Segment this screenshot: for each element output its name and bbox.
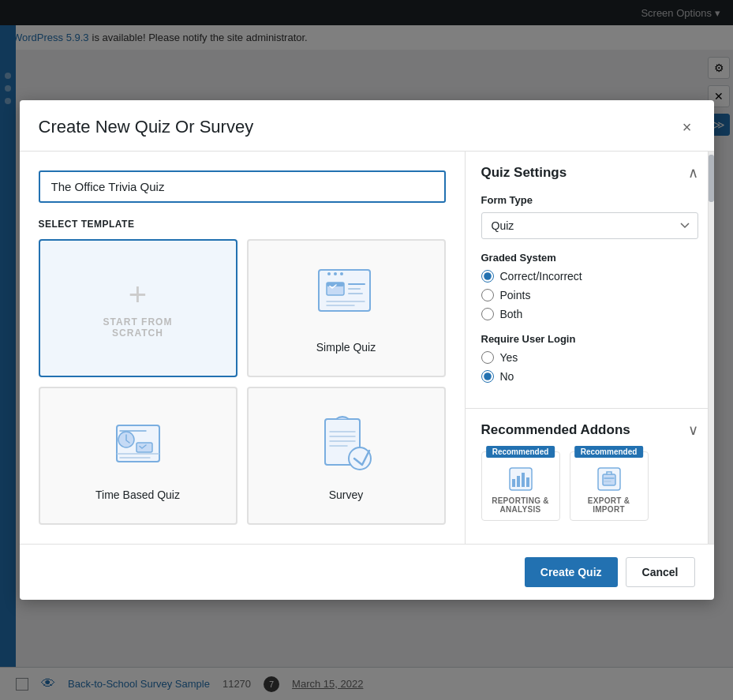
form-type-select[interactable]: Quiz Survey Poll bbox=[481, 212, 698, 239]
reporting-icon bbox=[507, 465, 535, 493]
reporting-addon-label: REPORTING &ANALYSIS bbox=[492, 496, 549, 514]
survey-label: Survey bbox=[329, 489, 364, 501]
modal-header: Create New Quiz Or Survey × bbox=[20, 100, 714, 152]
quiz-name-input[interactable] bbox=[39, 170, 446, 203]
login-label-no: No bbox=[500, 370, 514, 383]
template-card-survey[interactable]: Survey bbox=[247, 387, 446, 525]
simple-quiz-label: Simple Quiz bbox=[316, 341, 376, 354]
export-icon bbox=[595, 465, 623, 493]
settings-header: Quiz Settings ∧ bbox=[481, 164, 698, 182]
scrollbar-thumb[interactable] bbox=[709, 155, 714, 202]
time-based-quiz-icon bbox=[103, 411, 174, 482]
modal-overlay: Create New Quiz Or Survey × SELECT TEMPL… bbox=[0, 0, 733, 700]
modal-close-button[interactable]: × bbox=[679, 116, 695, 138]
survey-icon bbox=[311, 411, 382, 482]
addon-card-export[interactable]: Recommended bbox=[570, 451, 649, 521]
time-based-quiz-label: Time Based Quiz bbox=[95, 489, 180, 501]
template-card-scratch[interactable]: + START FROMSCRATCH bbox=[39, 239, 237, 377]
template-card-simple-quiz[interactable]: Simple Quiz bbox=[247, 239, 446, 377]
form-type-select-wrapper: Quiz Survey Poll bbox=[481, 212, 698, 239]
graded-label-points: Points bbox=[500, 289, 531, 301]
modal-body: SELECT TEMPLATE + START FROMSCRATCH bbox=[20, 152, 714, 544]
quiz-settings-section: Quiz Settings ∧ Form Type Quiz Survey Po… bbox=[466, 152, 714, 409]
template-grid: + START FROMSCRATCH bbox=[39, 239, 446, 525]
addons-collapse-button[interactable]: ∨ bbox=[688, 421, 698, 439]
cancel-button[interactable]: Cancel bbox=[626, 557, 695, 587]
login-option-yes[interactable]: Yes bbox=[481, 351, 698, 364]
modal-footer: Create Quiz Cancel bbox=[20, 544, 714, 600]
svg-rect-13 bbox=[137, 443, 152, 452]
graded-option-correct-incorrect[interactable]: Correct/Incorrect bbox=[481, 270, 698, 283]
login-radio-yes[interactable] bbox=[481, 351, 494, 364]
login-radio-no[interactable] bbox=[481, 370, 494, 383]
plus-icon: + bbox=[129, 279, 147, 310]
modal-right-wrapper: Quiz Settings ∧ Form Type Quiz Survey Po… bbox=[466, 152, 714, 544]
settings-collapse-button[interactable]: ∧ bbox=[688, 164, 698, 182]
graded-radio-points[interactable] bbox=[481, 289, 494, 301]
graded-radio-correct-incorrect[interactable] bbox=[481, 270, 494, 283]
create-quiz-modal: Create New Quiz Or Survey × SELECT TEMPL… bbox=[20, 100, 714, 600]
addon-badge-export: Recommended bbox=[574, 446, 644, 458]
svg-point-2 bbox=[334, 272, 337, 275]
svg-rect-29 bbox=[603, 474, 615, 485]
svg-point-3 bbox=[340, 272, 343, 275]
svg-rect-27 bbox=[526, 477, 529, 487]
login-option-no[interactable]: No bbox=[481, 370, 698, 383]
svg-point-22 bbox=[349, 447, 371, 470]
simple-quiz-icon bbox=[311, 264, 382, 335]
svg-rect-26 bbox=[522, 473, 525, 487]
create-quiz-button[interactable]: Create Quiz bbox=[525, 557, 618, 587]
scratch-label: START FROMSCRATCH bbox=[103, 316, 173, 339]
settings-title: Quiz Settings bbox=[481, 165, 567, 181]
svg-point-1 bbox=[327, 272, 331, 275]
modal-left-panel: SELECT TEMPLATE + START FROMSCRATCH bbox=[20, 152, 466, 544]
graded-label-both: Both bbox=[500, 308, 523, 320]
require-login-label: Require User Login bbox=[481, 333, 698, 345]
scrollbar-track bbox=[708, 152, 714, 544]
addons-title: Recommended Addons bbox=[481, 422, 630, 438]
modal-right-panel: Quiz Settings ∧ Form Type Quiz Survey Po… bbox=[466, 152, 714, 544]
svg-rect-24 bbox=[512, 479, 515, 487]
modal-title: Create New Quiz Or Survey bbox=[39, 117, 254, 137]
export-addon-label: EXPORT &IMPORT bbox=[588, 496, 630, 514]
addons-header: Recommended Addons ∨ bbox=[481, 421, 698, 439]
template-card-time-based[interactable]: Time Based Quiz bbox=[39, 387, 237, 525]
addon-badge-reporting: Recommended bbox=[486, 446, 555, 458]
addons-grid: Recommended bbox=[481, 451, 698, 521]
require-login-radio-group: Yes No bbox=[481, 351, 698, 383]
graded-option-points[interactable]: Points bbox=[481, 289, 698, 301]
recommended-addons-section: Recommended Addons ∨ Recommended bbox=[466, 409, 714, 533]
graded-radio-both[interactable] bbox=[481, 308, 494, 320]
graded-label-correct-incorrect: Correct/Incorrect bbox=[500, 270, 582, 283]
addon-card-reporting[interactable]: Recommended bbox=[481, 451, 560, 521]
graded-option-both[interactable]: Both bbox=[481, 308, 698, 320]
graded-system-label: Graded System bbox=[481, 252, 698, 264]
form-type-label: Form Type bbox=[481, 194, 698, 206]
login-label-yes: Yes bbox=[500, 351, 518, 364]
svg-rect-25 bbox=[517, 476, 520, 487]
graded-system-radio-group: Correct/Incorrect Points Both bbox=[481, 270, 698, 320]
select-template-label: SELECT TEMPLATE bbox=[39, 219, 446, 230]
